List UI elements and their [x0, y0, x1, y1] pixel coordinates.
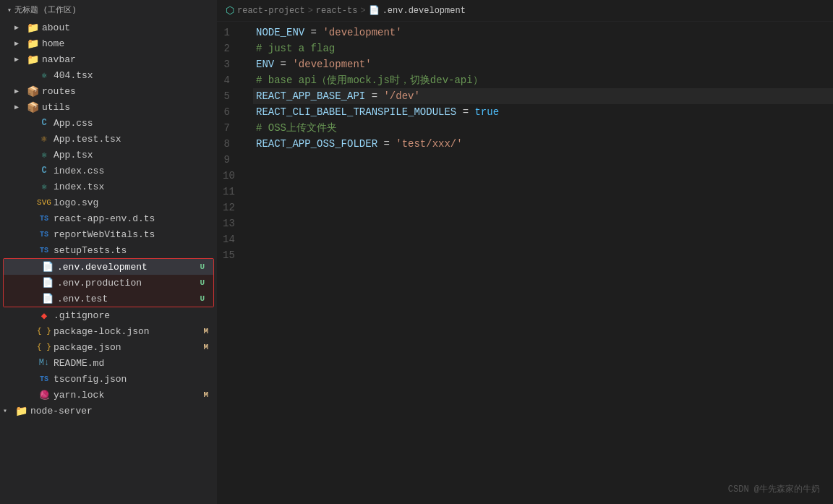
tree-item-package-json[interactable]: { }package.jsonM [0, 339, 217, 355]
badge: M [203, 343, 208, 351]
item-label: App.css [54, 118, 214, 129]
item-label: 404.tsx [54, 70, 214, 81]
tree-item-App.test.tsx[interactable]: ⚛App.test.tsx [0, 131, 217, 147]
css-icon: C [38, 116, 51, 129]
breadcrumb-part-0: react-project [237, 6, 305, 16]
tree-item-routes[interactable]: ▶📦routes [0, 83, 217, 99]
tree-item-home[interactable]: ▶📁home [0, 35, 217, 51]
folder-icon: 📁 [26, 37, 39, 50]
git-icon: ◆ [38, 309, 51, 322]
line-numbers: 123456789101112131415 [217, 25, 253, 504]
file-tree: ▶📁about▶📁home▶📁navbar⚛404.tsx▶📦routes▶📦u… [0, 20, 217, 419]
tree-item-logo.svg[interactable]: SVGlogo.svg [0, 195, 217, 210]
line-number: 4 [223, 72, 242, 88]
tree-item-README[interactable]: M↓README.md [0, 355, 217, 371]
tree-item-index.tsx[interactable]: ⚛index.tsx [0, 179, 217, 195]
folder-icon: 📁 [14, 404, 27, 417]
code-line: # just a flag [253, 40, 833, 56]
item-label: index.tsx [54, 181, 214, 192]
json-icon: { } [38, 341, 51, 354]
tree-item-env-prod[interactable]: 📄.env.productionU [4, 275, 213, 291]
tree-item-reportWebVitals[interactable]: TSreportWebVitals.ts [0, 226, 217, 242]
badge: U [200, 278, 205, 287]
tsx-icon: ⚛ [38, 148, 51, 161]
code-line: # base api（使用mock.js时，切换dev-api） [253, 72, 833, 88]
tree-item-react-app-env[interactable]: TSreact-app-env.d.ts [0, 210, 217, 226]
ts-icon: TS [38, 372, 51, 385]
tree-item-setupTests[interactable]: TSsetupTests.ts [0, 242, 217, 258]
sidebar-header: ▾ 无标题 (工作区) [0, 0, 217, 20]
tree-item-env-dev[interactable]: 📄.env.developmentU [4, 259, 213, 275]
item-label: node-server [30, 406, 214, 417]
folder-icon: 📁 [26, 21, 39, 34]
editor-content[interactable]: 123456789101112131415 NODE_ENV = 'develo… [217, 22, 833, 504]
tree-item-App.tsx[interactable]: ⚛App.tsx [0, 147, 217, 163]
line-number: 10 [223, 168, 242, 184]
tree-item-404tsx[interactable]: ⚛404.tsx [0, 67, 217, 83]
item-label: home [42, 38, 214, 49]
env-icon: 📄 [41, 260, 54, 273]
item-label: routes [42, 86, 214, 97]
editor-panel: ⬡ react-project > react-ts > 📄.env.devel… [217, 0, 833, 504]
item-label: index.css [54, 166, 214, 176]
ts-icon: TS [38, 212, 51, 225]
sidebar-title: 无标题 (工作区) [14, 4, 77, 15]
line-number: 7 [223, 120, 242, 136]
chevron-icon: ▶ [14, 39, 25, 48]
chevron-icon: ▾ [3, 406, 13, 415]
code-line: REACT_CLI_BABEL_TRANSPILE_MODULES = true [253, 104, 833, 120]
folder-icon: 📁 [26, 53, 39, 66]
chevron-icon: ▶ [14, 23, 25, 32]
css2-icon: C [38, 164, 51, 177]
ts-icon: TS [38, 228, 51, 241]
tsx-icon: ⚛ [38, 69, 51, 82]
chevron-icon: ▶ [14, 103, 25, 111]
item-label: utils [42, 102, 214, 113]
file-icon: 📄 [369, 6, 380, 16]
item-label: reportWebVitals.ts [54, 229, 214, 240]
tree-item-index.css[interactable]: Cindex.css [0, 163, 217, 179]
yarn-icon: 🧶 [38, 388, 51, 401]
code-line: NODE_ENV = 'development' [253, 25, 833, 40]
line-number: 13 [223, 215, 242, 231]
chevron-down-icon: ▾ [7, 6, 12, 14]
line-number: 12 [223, 200, 242, 215]
tree-item-about[interactable]: ▶📁about [0, 20, 217, 35]
tree-item-node-server[interactable]: ▾📁node-server [0, 403, 217, 419]
chevron-icon: ▶ [14, 87, 25, 95]
tree-item-tsconfig[interactable]: TStsconfig.json [0, 371, 217, 387]
line-number: 11 [223, 184, 242, 200]
badge: U [200, 262, 205, 271]
tree-item-utils[interactable]: ▶📦utils [0, 99, 217, 115]
code-line: # OSS上传文件夹 [253, 120, 833, 136]
tree-item-App.css[interactable]: CApp.css [0, 115, 217, 131]
tree-item-gitignore[interactable]: ◆.gitignore [0, 307, 217, 323]
code-area[interactable]: NODE_ENV = 'development'# just a flagENV… [253, 25, 833, 504]
breadcrumb-part-2: 📄.env.development [369, 5, 466, 16]
breadcrumb: ⬡ react-project > react-ts > 📄.env.devel… [217, 0, 833, 22]
ts-icon: TS [38, 244, 51, 257]
line-number: 1 [223, 25, 242, 40]
line-number: 2 [223, 40, 242, 56]
badge: U [200, 294, 205, 303]
item-label: yarn.lock [54, 390, 203, 401]
tree-item-navbar[interactable]: ▶📁navbar [0, 51, 217, 67]
env-icon: 📄 [41, 292, 54, 305]
tree-item-package-lock[interactable]: { }package-lock.jsonM [0, 323, 217, 339]
code-line: REACT_APP_OSS_FOLDER = 'test/xxx/' [253, 136, 833, 152]
line-number: 15 [223, 247, 242, 263]
md-icon: M↓ [38, 356, 51, 370]
item-label: .env.production [57, 278, 200, 289]
item-label: App.tsx [54, 150, 214, 161]
folder-utils-icon: 📦 [26, 101, 39, 114]
item-label: react-app-env.d.ts [54, 213, 214, 224]
tree-item-yarn[interactable]: 🧶yarn.lockM [0, 387, 217, 403]
line-number: 3 [223, 56, 242, 72]
sidebar: ▾ 无标题 (工作区) ▶📁about▶📁home▶📁navbar⚛404.ts… [0, 0, 217, 504]
item-label: logo.svg [54, 197, 214, 208]
item-label: .env.test [57, 294, 200, 304]
tree-item-env-test[interactable]: 📄.env.testU [4, 291, 213, 307]
code-line: REACT_APP_BASE_API = '/dev' [253, 88, 833, 104]
line-number: 6 [223, 104, 242, 120]
chevron-icon: ▶ [14, 55, 25, 64]
